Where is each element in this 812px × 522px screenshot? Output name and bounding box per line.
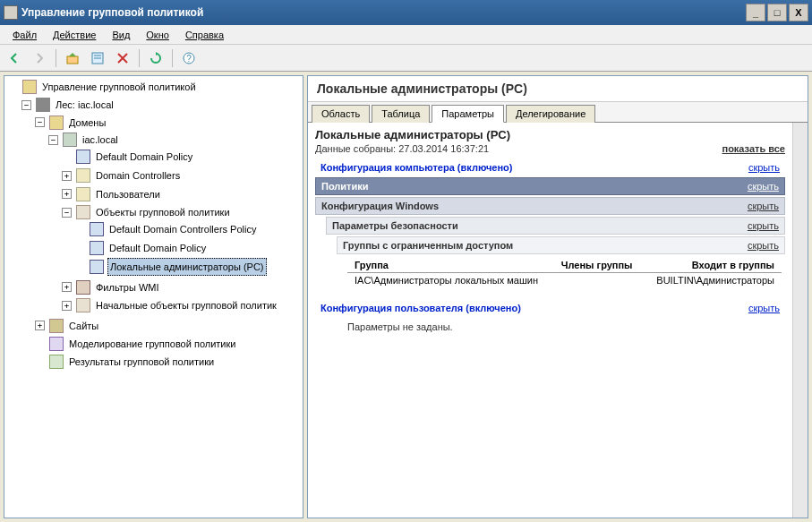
restricted-groups-table: Группа Члены группы Входит в группы IAC\…	[347, 258, 782, 287]
expander-icon[interactable]: −	[35, 117, 45, 127]
hide-link[interactable]: скрыть	[748, 240, 779, 251]
close-button[interactable]: X	[789, 4, 808, 21]
section-policies[interactable]: Политики скрыть	[315, 177, 785, 195]
sites-icon	[49, 319, 64, 333]
domains-icon	[49, 116, 64, 130]
section-security-params[interactable]: Параметры безопасности скрыть	[326, 217, 785, 235]
tree-node-domains[interactable]: −Домены −iac.local Default Domain Policy…	[35, 113, 301, 316]
section-user-config[interactable]: Конфигурация пользователя (включено) скр…	[315, 300, 785, 316]
expander-icon[interactable]: +	[35, 321, 45, 330]
help-button[interactable]: ?	[178, 47, 200, 69]
tab-delegation[interactable]: Делегирование	[506, 105, 595, 123]
modeling-icon	[49, 337, 64, 351]
tab-settings[interactable]: Параметры	[432, 105, 504, 123]
tree-node-results[interactable]: Результаты групповой политики	[35, 353, 301, 372]
window-title: Управление групповой политикой	[21, 6, 744, 19]
menu-help[interactable]: Справка	[178, 28, 231, 42]
ou-icon	[76, 187, 90, 201]
section-windows-config[interactable]: Конфигурация Windows скрыть	[315, 197, 785, 215]
minimize-button[interactable]: _	[746, 4, 765, 21]
main-area: Управление групповой политикой −Лес: iac…	[0, 72, 812, 522]
separator	[139, 49, 140, 67]
show-all-link[interactable]: показать все	[722, 143, 786, 154]
tree-node-dc[interactable]: +Domain Controllers	[62, 167, 301, 185]
gpo-header: Локальные администраторы (PC) Данные соб…	[315, 128, 785, 156]
tree-node-users[interactable]: +Пользователи	[62, 184, 301, 203]
tree-node-domain[interactable]: −iac.local Default Domain Policy +Domain…	[48, 131, 301, 316]
up-button[interactable]	[62, 47, 83, 69]
tree-node-sites[interactable]: +Сайты	[35, 316, 301, 335]
app-icon	[4, 5, 18, 20]
tree-node-ddp[interactable]: Default Domain Policy	[62, 148, 301, 167]
tree-node-ddp2[interactable]: Default Domain Policy	[75, 239, 301, 258]
toolbar: ?	[0, 45, 812, 72]
separator	[172, 49, 173, 67]
expander-icon[interactable]: +	[62, 301, 72, 311]
forest-icon	[36, 98, 50, 112]
domain-icon	[63, 133, 77, 147]
collected-label: Данные собраны: 27.03.2014 16:37:21	[315, 143, 489, 154]
delete-button[interactable]	[112, 47, 133, 69]
menu-action[interactable]: Действие	[46, 28, 103, 42]
tree-node-ddcp[interactable]: Default Domain Controllers Policy	[75, 220, 301, 239]
menu-view[interactable]: Вид	[105, 28, 137, 42]
expander-icon[interactable]: −	[62, 208, 72, 218]
tree-node-root[interactable]: Управление групповой политикой −Лес: iac…	[8, 78, 301, 373]
menu-bar: Файл Действие Вид Окно Справка	[0, 25, 812, 45]
title-bar: Управление групповой политикой _ □ X	[0, 0, 812, 25]
hide-link[interactable]: скрыть	[748, 220, 779, 231]
col-group: Группа	[347, 258, 554, 273]
expander-icon[interactable]: +	[62, 282, 72, 292]
container-icon	[76, 298, 90, 312]
maximize-button[interactable]: □	[767, 4, 787, 21]
col-memberof: Входит в группы	[644, 258, 782, 273]
svg-rect-0	[67, 56, 78, 64]
back-button[interactable]	[4, 47, 25, 69]
tree: Управление групповой политикой −Лес: iac…	[6, 78, 301, 373]
expander-icon[interactable]: −	[48, 135, 58, 145]
hide-link[interactable]: скрыть	[748, 162, 780, 173]
separator	[56, 49, 56, 67]
menu-file[interactable]: Файл	[5, 28, 44, 42]
results-icon	[49, 355, 64, 369]
col-members: Члены группы	[554, 258, 644, 273]
tree-node-forest[interactable]: −Лес: iac.local −Домены −iac.local Defau…	[21, 96, 301, 372]
tree-pane[interactable]: Управление групповой политикой −Лес: iac…	[4, 75, 303, 518]
settings-body: Локальные администраторы (PC) Данные соб…	[308, 123, 792, 518]
expander-icon[interactable]: −	[21, 100, 31, 110]
wmi-icon	[76, 280, 90, 295]
gpo-icon	[90, 260, 104, 274]
tree-node-starter[interactable]: +Начальные объекты групповой политик	[62, 296, 301, 315]
ou-icon	[76, 168, 90, 183]
gpo-name: Локальные администраторы (PC)	[315, 128, 785, 141]
hide-link[interactable]: скрыть	[748, 303, 780, 313]
page-title: Локальные администраторы (PC)	[308, 76, 808, 102]
hide-link[interactable]: скрыть	[748, 181, 779, 192]
expander-icon[interactable]: +	[62, 171, 72, 181]
gpo-link-icon	[76, 150, 90, 164]
tree-node-localadmins[interactable]: Локальные администраторы (PC)	[75, 257, 301, 277]
tab-bar: Область Таблица Параметры Делегирование	[308, 102, 808, 123]
menu-window[interactable]: Окно	[139, 28, 176, 42]
no-params-message: Параметры не заданы.	[315, 316, 785, 338]
forward-button[interactable]	[29, 47, 50, 69]
tab-scope[interactable]: Область	[312, 105, 370, 123]
gpo-icon	[90, 222, 104, 236]
properties-button[interactable]	[87, 47, 108, 69]
tree-node-gpos[interactable]: −Объекты групповой политики Default Doma…	[62, 203, 301, 278]
container-icon	[76, 205, 90, 219]
refresh-button[interactable]	[145, 47, 167, 69]
table-row[interactable]: IAC\Администраторы локальных машин BUILT…	[347, 273, 782, 288]
tree-node-modeling[interactable]: Моделирование групповой политики	[35, 335, 301, 354]
scrollbar[interactable]	[792, 123, 808, 518]
expander-icon[interactable]: +	[62, 189, 72, 199]
gpmc-icon	[22, 80, 37, 94]
tab-details[interactable]: Таблица	[372, 105, 430, 123]
section-restricted-groups[interactable]: Группы с ограниченным доступом скрыть	[337, 236, 785, 254]
section-computer-config[interactable]: Конфигурация компьютера (включено) скрыт…	[315, 159, 785, 175]
hide-link[interactable]: скрыть	[748, 201, 779, 211]
gpo-icon	[90, 241, 104, 255]
tree-node-wmi[interactable]: +Фильтры WMI	[62, 278, 301, 296]
svg-text:?: ?	[186, 54, 192, 64]
content-pane: Локальные администраторы (PC) Область Та…	[307, 75, 808, 518]
